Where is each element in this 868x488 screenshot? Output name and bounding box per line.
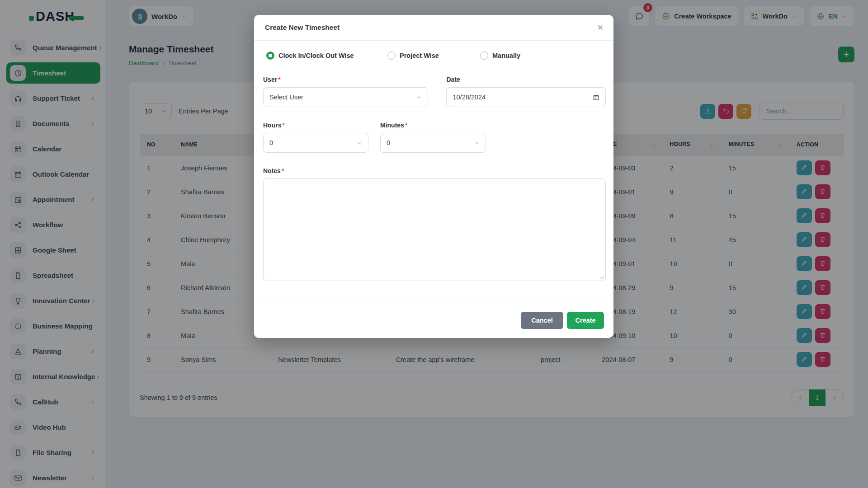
radio-unchecked-icon	[480, 52, 488, 60]
required-mark: *	[405, 122, 407, 129]
modal-header: Create New Timesheet ✕	[254, 15, 613, 41]
chevron-down-icon	[474, 140, 480, 146]
modal-body: Clock In/Clock Out WiseProject WiseManua…	[254, 41, 613, 281]
date-label: Date	[446, 76, 606, 83]
create-button[interactable]: Create	[567, 312, 604, 329]
radio-checked-icon	[266, 52, 274, 60]
radio-manually[interactable]: Manually	[480, 52, 520, 60]
chevron-down-icon	[416, 94, 422, 100]
hours-select-value: 0	[269, 139, 273, 146]
radio-label: Project Wise	[400, 52, 439, 59]
radio-label: Manually	[492, 52, 520, 59]
radio-clock-in-clock-out-wise[interactable]: Clock In/Clock Out Wise	[266, 52, 387, 60]
user-label: User*	[263, 76, 428, 83]
notes-textarea[interactable]	[263, 178, 606, 281]
date-input[interactable]: 10/28/2024	[446, 87, 606, 107]
radio-unchecked-icon	[387, 52, 396, 60]
radio-label: Clock In/Clock Out Wise	[278, 52, 354, 59]
hours-minutes-row: Hours* 0 Minutes* 0	[263, 122, 606, 153]
required-mark: *	[282, 122, 284, 129]
modal-footer: Cancel Create	[254, 304, 613, 338]
calendar-icon	[593, 94, 599, 101]
cancel-button[interactable]: Cancel	[521, 312, 563, 329]
minutes-label: Minutes*	[380, 122, 486, 129]
required-mark: *	[282, 167, 284, 174]
close-icon[interactable]: ✕	[597, 24, 604, 32]
user-select[interactable]: Select User	[263, 87, 428, 107]
user-select-value: Select User	[269, 94, 303, 101]
user-date-row: User* Select User Date 10/28/2024	[263, 76, 606, 107]
timesheet-type-radios: Clock In/Clock Out WiseProject WiseManua…	[266, 52, 606, 60]
hours-label: Hours*	[263, 122, 368, 129]
modal-title: Create New Timesheet	[265, 23, 340, 32]
chevron-down-icon	[356, 140, 362, 146]
create-timesheet-modal: Create New Timesheet ✕ Clock In/Clock Ou…	[254, 15, 613, 338]
notes-label: Notes*	[263, 167, 606, 174]
minutes-select[interactable]: 0	[380, 133, 486, 153]
notes-field: Notes*	[263, 167, 606, 281]
hours-select[interactable]: 0	[263, 133, 368, 153]
minutes-select-value: 0	[387, 139, 390, 146]
required-mark: *	[278, 76, 280, 83]
date-input-value: 10/28/2024	[453, 94, 486, 101]
radio-project-wise[interactable]: Project Wise	[387, 52, 480, 60]
